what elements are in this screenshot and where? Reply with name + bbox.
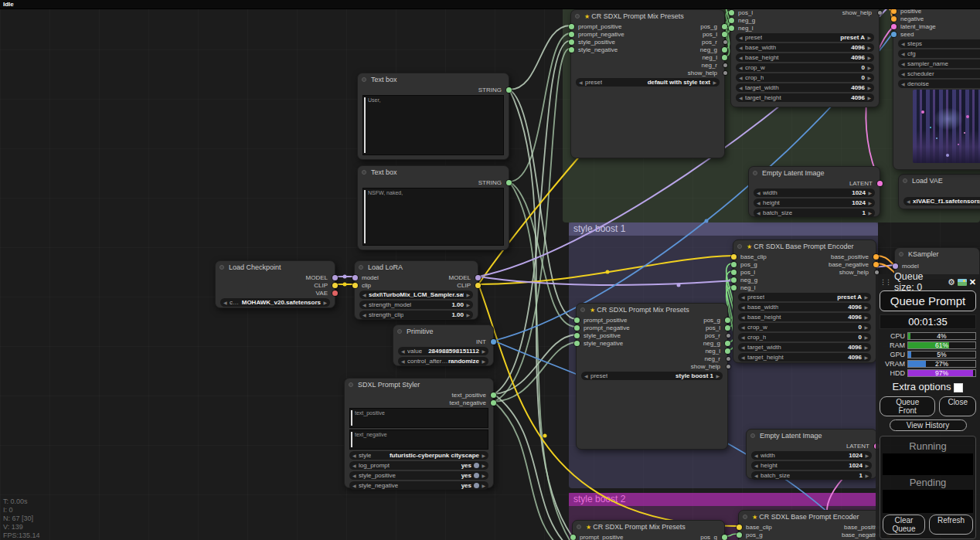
node-base-prompt-encoder-mid[interactable]: ★CR SDXL Base Prompt Encoder base_clipba… — [733, 239, 876, 363]
text-input[interactable]: User, — [362, 95, 504, 155]
refresh-button[interactable]: Refresh — [929, 515, 973, 535]
node-empty-latent-image-top[interactable]: Empty Latent Image LATENT width1024 heig… — [748, 166, 880, 217]
control-after-generate-widget[interactable]: control_after_generaterandomize — [398, 357, 488, 365]
width-widget[interactable]: width1024 — [751, 451, 872, 460]
node-prompt-mix-presets-top[interactable]: ★CR SDXL Prompt Mix Presets prompt_posit… — [570, 9, 725, 158]
output-slot[interactable] — [725, 348, 730, 354]
collapse-icon[interactable] — [580, 307, 585, 312]
drag-handle-icon[interactable]: ⋮⋮ — [880, 278, 890, 286]
queue-front-button[interactable]: Queue Front — [880, 396, 935, 416]
input-slot[interactable] — [574, 341, 580, 346]
node-header[interactable]: ★CR SDXL Prompt Mix Presets — [571, 10, 724, 22]
node-header[interactable]: Text box — [358, 166, 509, 178]
collapse-icon[interactable] — [359, 265, 363, 270]
base-width-widget[interactable]: base_width4096 — [738, 303, 871, 311]
text-positive-input[interactable]: text_positive — [349, 408, 488, 428]
node-load-lora[interactable]: Load LoRA modelMODEL clipCLIP sdxl\Turbo… — [354, 260, 478, 320]
input-slot[interactable] — [731, 277, 737, 283]
output-slot[interactable] — [722, 32, 727, 37]
collapse-icon[interactable] — [743, 515, 747, 519]
node-load-vae[interactable]: Load VAE vae_namexlVAEC_f1.safetensors — [898, 174, 980, 209]
target-height-widget[interactable]: target_height4096 — [738, 353, 871, 362]
input-slot[interactable] — [729, 25, 734, 31]
collapse-icon[interactable] — [575, 14, 580, 19]
collapse-icon[interactable] — [737, 244, 742, 249]
input-slot[interactable] — [731, 285, 737, 290]
output-slot[interactable] — [722, 47, 727, 53]
collapse-icon[interactable] — [397, 329, 402, 334]
output-slot[interactable] — [722, 55, 727, 60]
input-slot[interactable] — [570, 535, 576, 540]
output-slot-string[interactable] — [506, 180, 512, 185]
input-slot[interactable] — [729, 10, 734, 15]
node-header[interactable]: Load LoRA — [355, 261, 478, 273]
scheduler-widget[interactable]: scheduler — [898, 70, 980, 78]
output-slot-int[interactable] — [491, 339, 496, 345]
style-widget[interactable]: stylefuturistic-cyberpunk cityscape — [349, 451, 488, 460]
base-width-widget[interactable]: base_width4096 — [736, 43, 874, 52]
output-slot[interactable] — [878, 11, 882, 15]
toggle-knob-icon[interactable] — [474, 473, 479, 478]
output-slot[interactable] — [726, 357, 730, 361]
base-height-widget[interactable]: base_height4096 — [738, 313, 871, 321]
collapse-icon[interactable] — [899, 252, 903, 256]
collapse-icon[interactable] — [349, 382, 353, 387]
input-slot[interactable] — [574, 325, 580, 331]
collapse-icon[interactable] — [577, 525, 581, 529]
output-slot[interactable] — [726, 334, 730, 338]
vae-name-widget[interactable]: vae_namexlVAEC_f1.safetensors — [903, 197, 980, 205]
style-negative-toggle[interactable]: style_negativeyes — [349, 481, 488, 490]
gear-icon[interactable]: ⚙ — [948, 277, 955, 287]
crop-h-widget[interactable]: crop_h0 — [738, 333, 871, 341]
preset-widget[interactable]: presetpreset A — [738, 293, 871, 301]
node-prompt-mix-presets-bottom[interactable]: ★CR SDXL Prompt Mix Presets prompt_posit… — [572, 520, 725, 540]
output-slot[interactable] — [723, 63, 727, 67]
output-slot[interactable] — [873, 262, 879, 267]
output-slot-vae[interactable] — [332, 290, 338, 296]
group-title[interactable]: style boost 2 — [569, 493, 878, 506]
input-slot[interactable] — [729, 18, 734, 23]
gallery-icon[interactable] — [958, 279, 967, 286]
input-slot-seed[interactable] — [891, 32, 897, 37]
output-slot-model[interactable] — [475, 275, 481, 280]
collapse-icon[interactable] — [219, 265, 224, 270]
target-height-widget[interactable]: target_height4096 — [736, 93, 874, 102]
group-title[interactable]: style boost 1 — [569, 222, 878, 236]
input-slot[interactable] — [737, 532, 742, 538]
node-base-prompt-encoder-top[interactable]: ★CR SDXL Base Prompt Encoder base_clipba… — [730, 0, 880, 107]
node-ksampler-top[interactable]: model positive negative latent_image see… — [893, 0, 980, 170]
node-primitive[interactable]: Primitive INT value284988598151112 contr… — [393, 324, 494, 366]
collapse-icon[interactable] — [903, 178, 907, 183]
height-widget[interactable]: height1024 — [751, 461, 872, 470]
output-slot-text-positive[interactable] — [491, 392, 496, 398]
output-slot-clip[interactable] — [475, 283, 481, 288]
input-slot-latent-image[interactable] — [891, 24, 897, 29]
node-header[interactable]: ★CR SDXL Base Prompt Encoder — [739, 511, 889, 523]
height-widget[interactable]: height1024 — [754, 199, 875, 207]
input-slot-clip[interactable] — [352, 283, 358, 288]
text-input[interactable]: NSFW, naked, — [362, 188, 504, 246]
preset-widget[interactable]: presetdefault with style text — [576, 78, 720, 87]
style-positive-toggle[interactable]: style_positiveyes — [349, 471, 488, 480]
collapse-icon[interactable] — [750, 433, 755, 438]
output-slot[interactable] — [873, 254, 879, 260]
denoise-widget[interactable]: denoise — [898, 80, 980, 88]
output-slot-string[interactable] — [506, 87, 512, 93]
node-header[interactable]: Empty Latent Image — [749, 167, 880, 179]
extra-options-checkbox[interactable] — [954, 383, 963, 392]
width-widget[interactable]: width1024 — [754, 188, 875, 197]
input-slot[interactable] — [574, 318, 580, 323]
node-header[interactable]: ★CR SDXL Base Prompt Encoder — [733, 240, 876, 253]
output-slot-clip[interactable] — [332, 283, 338, 288]
node-header[interactable]: KSampler — [895, 248, 979, 260]
log-prompt-toggle[interactable]: log_promptyes — [349, 461, 488, 470]
input-slot[interactable] — [569, 39, 574, 45]
queue-prompt-button[interactable]: Queue Prompt — [880, 290, 976, 311]
batch-size-widget[interactable]: batch_size1 — [754, 209, 875, 217]
input-slot[interactable] — [574, 333, 580, 338]
ckpt-name-widget[interactable]: ckpt_nameMOHAWK_v20.safetensors — [220, 298, 330, 307]
node-header[interactable]: Load VAE — [899, 175, 980, 187]
output-slot[interactable] — [722, 535, 727, 540]
node-prompt-mix-presets-mid[interactable]: ★CR SDXL Prompt Mix Presets prompt_posit… — [576, 303, 728, 450]
target-width-widget[interactable]: target_width4096 — [738, 343, 871, 352]
